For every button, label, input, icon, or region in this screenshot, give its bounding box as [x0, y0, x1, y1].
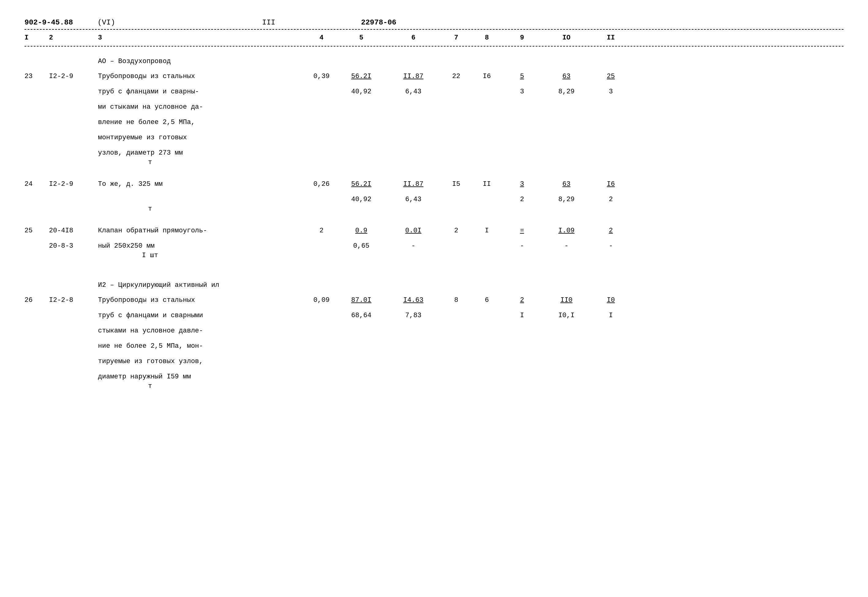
row-col7-25: 2	[441, 227, 472, 235]
row-col5-24: 56.2I 40,92	[337, 180, 386, 203]
section-label-i2: И2 – Циркулирующий активный ил	[24, 272, 844, 295]
col-header-2: 2	[49, 34, 98, 42]
row-col4-23: 0,39	[306, 73, 337, 80]
divider-header-bottom	[24, 46, 844, 46]
col-header-10: IO	[542, 34, 591, 42]
col-header-9: 9	[502, 34, 542, 42]
row-col5-25: 0.9 0,65	[337, 227, 386, 250]
row-note-23: т	[24, 158, 844, 167]
row-col6-24: II.87 6,43	[386, 180, 441, 203]
row-col8-24: II	[472, 180, 502, 188]
row-col11-26: I0 I	[591, 296, 631, 319]
row-col5-26: 87.0I 68,64	[337, 296, 386, 319]
row-col5-23: 56.2I 40,92	[337, 73, 386, 95]
header-docnum: 22978-06	[361, 18, 396, 27]
row-col9-23: 5 3	[502, 73, 542, 95]
row-note-26: т	[24, 382, 844, 391]
table-row: 24 I2-2-9 То же, д. 325 мм 0,26 56.2I 40…	[24, 179, 844, 205]
row-col8-23: I6	[472, 73, 502, 80]
row-col8-26: 6	[472, 296, 502, 304]
column-headers: I 2 3 4 5 6 7 8 9 IO II	[24, 31, 844, 44]
row-col8-25: I	[472, 227, 502, 235]
row-col6-26: I4.63 7,83	[386, 296, 441, 319]
col-header-11: II	[591, 34, 631, 42]
col-header-3: 3	[98, 34, 306, 42]
row-num-24: 24	[24, 180, 49, 188]
row-col11-24: I6 2	[591, 180, 631, 203]
header-section: III	[262, 18, 275, 27]
row-col6-23: II.87 6,43	[386, 73, 441, 95]
col-header-8: 8	[472, 34, 502, 42]
row-col7-24: I5	[441, 180, 472, 188]
row-col6-25: 0.0I -	[386, 227, 441, 250]
table-row: 25 20-4I8 20-8-3 Клапан обратный прямоуг…	[24, 226, 844, 251]
row-col9-24: 3 2	[502, 180, 542, 203]
row-col9-25: = -	[502, 227, 542, 250]
table-row: 26 I2-2-8 Трубопроводы из стальных труб …	[24, 295, 844, 382]
row-col4-24: 0,26	[306, 180, 337, 188]
row-col10-25: I.09 -	[542, 227, 591, 250]
row-col11-23: 25 3	[591, 73, 631, 95]
row-desc-24: То же, д. 325 мм	[98, 180, 306, 188]
row-code-23: I2-2-9	[49, 73, 98, 80]
row-desc-23: Трубопроводы из стальных труб с фланцами…	[98, 73, 306, 157]
row-code-24: I2-2-9	[49, 180, 98, 188]
row-desc-25: Клапан обратный прямоуголь- ный 250х250 …	[98, 227, 306, 250]
col-header-7: 7	[441, 34, 472, 42]
row-desc-26: Трубопроводы из стальных труб с фланцами…	[98, 296, 306, 380]
row-note-24: т	[24, 205, 844, 213]
row-col4-25: 2	[306, 227, 337, 235]
row-col4-26: 0,09	[306, 296, 337, 304]
row-code-25: 20-4I8 20-8-3	[49, 227, 98, 250]
document-code: 902-9-45.88	[24, 18, 73, 27]
row-num-26: 26	[24, 296, 49, 304]
header-roman: (VI)	[97, 18, 115, 27]
row-num-23: 23	[24, 73, 49, 80]
section-label-ao: АО – Воздухопровод	[24, 48, 844, 71]
col-header-4: 4	[306, 34, 337, 42]
row-col10-24: 63 8,29	[542, 180, 591, 203]
divider-top	[24, 29, 844, 30]
row-col9-26: 2 I	[502, 296, 542, 319]
col-header-6: 6	[386, 34, 441, 42]
col-header-5: 5	[337, 34, 386, 42]
row-code-26: I2-2-8	[49, 296, 98, 304]
row-col10-26: II0 I0,I	[542, 296, 591, 319]
row-note-25: I шт	[24, 251, 844, 260]
page-header: 902-9-45.88 (VI) III 22978-06	[24, 18, 844, 27]
row-col11-25: 2 -	[591, 227, 631, 250]
row-col10-23: 63 8,29	[542, 73, 591, 95]
row-num-25: 25	[24, 227, 49, 235]
col-header-1: I	[24, 34, 49, 42]
row-col7-26: 8	[441, 296, 472, 304]
table-row: 23 I2-2-9 Трубопроводы из стальных труб …	[24, 71, 844, 158]
row-col7-23: 22	[441, 73, 472, 80]
